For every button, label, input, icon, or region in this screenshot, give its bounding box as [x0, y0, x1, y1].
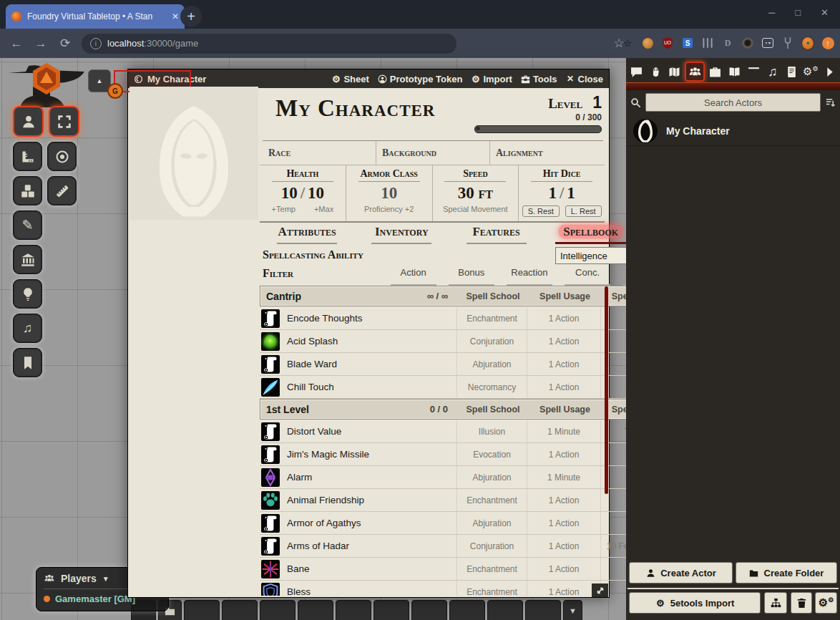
spell-art-scroll-icon[interactable]	[261, 355, 280, 374]
hp-temp-label[interactable]: +Temp	[272, 205, 296, 213]
eye-icon[interactable]	[741, 37, 754, 49]
tab-features[interactable]: Features	[449, 223, 543, 246]
hotbar-slot[interactable]	[336, 600, 371, 620]
stylus-icon[interactable]: S	[681, 37, 694, 49]
tab-close-icon[interactable]: ✕	[172, 11, 179, 21]
spell-name[interactable]: Bless	[287, 586, 311, 596]
sidebar-tab-caret-right[interactable]	[821, 63, 838, 80]
scene-control-dice[interactable]	[13, 176, 42, 205]
speed-stat[interactable]: Speed 30 ft Special Movement	[433, 165, 519, 221]
spell-art-feather-icon[interactable]	[261, 378, 280, 397]
spell-art-scroll-icon[interactable]	[261, 514, 280, 533]
spell-art-shield-icon[interactable]	[261, 583, 280, 596]
reload-icon[interactable]: ⟳	[53, 36, 77, 51]
hotbar-slot[interactable]	[260, 600, 296, 620]
hotbar-slot[interactable]	[222, 600, 258, 620]
spell-name[interactable]: Arms of Hadar	[287, 541, 349, 551]
sidebar-tab-users[interactable]	[685, 62, 705, 82]
actor-list-item[interactable]: My Character	[626, 117, 840, 146]
cogs-button[interactable]: ⚙⚙	[815, 592, 837, 614]
sitemap-button[interactable]	[764, 592, 787, 614]
sheet-button[interactable]: ⚙Sheet	[331, 74, 368, 84]
hotbar-slot[interactable]	[487, 600, 523, 620]
fork-icon[interactable]	[781, 37, 794, 49]
import-button[interactable]: ⚙ 5etools Import	[629, 592, 761, 614]
spell-art-scroll-icon[interactable]	[261, 309, 280, 328]
spell-name[interactable]: Encode Thoughts	[287, 313, 363, 324]
create-folder-button[interactable]: Create Folder	[736, 562, 837, 583]
sidebar-tab-table[interactable]	[745, 63, 762, 80]
sidebar-tab-chat[interactable]	[628, 63, 645, 80]
url-bar[interactable]: i localhost:30000/game	[82, 34, 456, 54]
spell-art-burst-icon[interactable]	[261, 560, 280, 578]
hp-value[interactable]: 10	[281, 184, 298, 202]
close-button[interactable]: ✕Close	[566, 74, 603, 84]
filter-reaction[interactable]: Reaction	[500, 267, 558, 284]
tab-inventory[interactable]: Inventory	[354, 223, 449, 246]
sheet-window-header[interactable]: My Character ⚙SheetPrototype Token⚙Impor…	[128, 69, 609, 88]
create-actor-button[interactable]: Create Actor	[629, 562, 733, 583]
spell-art-scroll-icon[interactable]	[261, 422, 280, 441]
sidebar-tab-cogs[interactable]: ⚙⚙	[802, 63, 819, 80]
tab-spellbook[interactable]: Spellbook	[544, 223, 638, 246]
hit-dice-stat[interactable]: Hit Dice 1/1 S. Rest L. Rest	[519, 165, 605, 221]
spell-art-paw-icon[interactable]	[261, 491, 280, 510]
spell-name[interactable]: Animal Friendship	[287, 495, 364, 505]
hd-max[interactable]: 1	[567, 184, 575, 202]
bookmark-star-icon[interactable]: ☆	[621, 37, 634, 49]
browser-tab[interactable]: Foundry Virtual Tabletop • A Stan ✕	[6, 4, 185, 29]
hotbar-slot[interactable]	[449, 600, 485, 620]
spell-art-scroll-icon[interactable]	[261, 445, 280, 464]
filter-bonus[interactable]: Bonus	[442, 267, 500, 284]
forward-icon[interactable]: →	[29, 37, 53, 51]
sidebar-tab-briefcase[interactable]	[707, 63, 724, 80]
new-tab-button[interactable]: +	[180, 6, 202, 27]
scene-control-pencil[interactable]: ✎	[13, 210, 42, 240]
hotbar-slot[interactable]	[411, 600, 447, 620]
xp-text[interactable]: 0 / 300	[575, 112, 602, 122]
sidebar-tab-music-note[interactable]: ♫	[764, 63, 781, 80]
scene-control-person[interactable]	[13, 106, 44, 137]
short-rest-button[interactable]: S. Rest	[522, 205, 560, 217]
health-stat[interactable]: Health 10/10 +Temp+Max	[260, 165, 346, 221]
scene-control-bookmark[interactable]	[13, 348, 42, 377]
hotbar-slot[interactable]	[373, 600, 409, 620]
hp-max[interactable]: 10	[308, 184, 324, 202]
tools-button[interactable]: Tools	[521, 74, 557, 84]
minimize-icon[interactable]: ─	[768, 7, 775, 18]
field-race[interactable]: Race	[263, 141, 376, 165]
spell-name[interactable]: Jim's Magic Missile	[287, 449, 369, 460]
scene-control-bank[interactable]	[13, 245, 42, 274]
site-info-icon[interactable]: i	[90, 38, 102, 49]
maximize-icon[interactable]: □	[795, 7, 801, 18]
character-portrait[interactable]	[130, 87, 258, 220]
section-slots[interactable]: ∞ / ∞	[427, 291, 458, 302]
update-icon[interactable]: ↑	[821, 37, 834, 49]
sidebar-tab-book[interactable]	[726, 63, 743, 80]
filter-action[interactable]: Action	[384, 267, 442, 284]
level-value[interactable]: 1	[592, 93, 602, 112]
scene-control-lightbulb[interactable]	[13, 279, 42, 309]
window-resize-handle[interactable]	[592, 583, 608, 597]
sidebar-tab-map[interactable]	[666, 63, 683, 80]
back-icon[interactable]: ←	[4, 37, 29, 51]
character-sheet-window[interactable]: My Character ⚙SheetPrototype Token⚙Impor…	[127, 69, 610, 598]
tab-attributes[interactable]: Attributes	[260, 223, 354, 246]
hotbar-slot[interactable]	[298, 600, 333, 620]
spell-name[interactable]: Blade Ward	[287, 359, 337, 369]
ac-value[interactable]: 10	[346, 184, 432, 203]
sidebar-tab-journal[interactable]	[783, 63, 800, 80]
import-button[interactable]: ⚙Import	[471, 74, 512, 84]
character-name[interactable]: My Character	[275, 95, 435, 122]
prototype-token-button[interactable]: Prototype Token	[378, 74, 463, 84]
spell-name[interactable]: Distort Value	[287, 426, 341, 437]
sliders-icon[interactable]	[701, 37, 714, 49]
speed-value[interactable]: 30 ft	[433, 184, 519, 203]
field-alignment[interactable]: Alignment	[490, 141, 603, 165]
scene-control-music-note[interactable]: ♫	[13, 314, 42, 343]
filter-conc-[interactable]: Conc.	[559, 267, 617, 284]
armor-class-stat[interactable]: Armor Class 10 Proficiency +2	[346, 165, 433, 221]
spell-art-acid-icon[interactable]	[261, 332, 280, 351]
special-movement-label[interactable]: Special Movement	[433, 205, 519, 213]
section-slots[interactable]: 0 / 0	[430, 404, 458, 415]
